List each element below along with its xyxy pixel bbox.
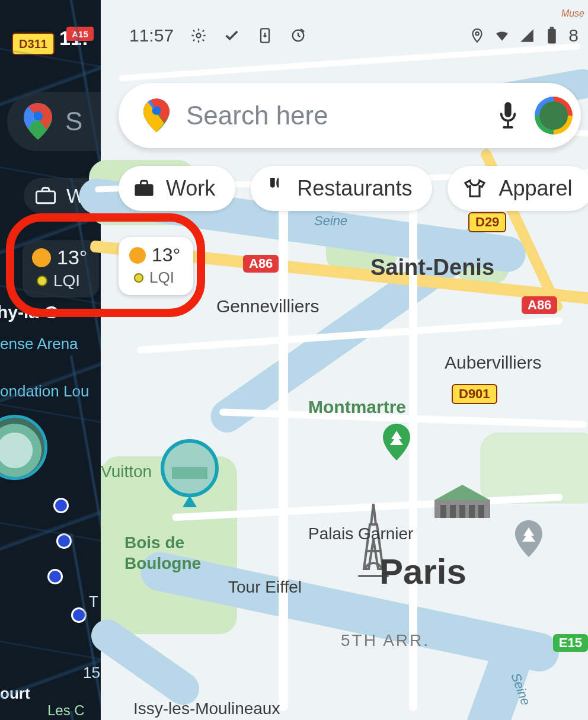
svg-rect-18 — [504, 102, 511, 117]
light-mode-map[interactable]: Muse Seine Seine Saint-Denis Gennevillie… — [101, 0, 588, 720]
road-shield-a86-right: A86 — [522, 296, 557, 314]
search-placeholder: Search here — [186, 101, 481, 130]
fork-knife-icon — [266, 178, 285, 199]
svg-rect-2 — [36, 191, 55, 203]
dark-mode-map-strip[interactable]: 11: D311 A15 S Wor — [0, 0, 101, 720]
chip-restaurants-label: Restaurants — [297, 176, 412, 201]
cell-signal-icon — [519, 27, 535, 44]
dark-label-defense-arena: ense Arena — [0, 335, 78, 353]
dark-label-court: ourt — [0, 684, 30, 703]
dark-search-bar[interactable]: S — [7, 92, 101, 151]
tshirt-icon — [463, 178, 487, 199]
svg-rect-4 — [172, 467, 207, 479]
location-pin-icon — [469, 27, 485, 44]
android-status-bar: 11:57 — [101, 21, 588, 50]
svg-point-11 — [197, 34, 201, 38]
annotation-highlight-ring — [6, 213, 205, 317]
road-shield-a86-left: A86 — [243, 255, 279, 273]
dark-search-placeholder: S — [65, 107, 82, 136]
gear-icon — [190, 27, 207, 44]
status-battery-percent: 8 — [568, 25, 579, 46]
rer-station-dot[interactable] — [56, 533, 72, 549]
park-pin-generic[interactable] — [514, 520, 543, 557]
svg-rect-16 — [550, 27, 554, 28]
svg-point-0 — [33, 111, 43, 121]
google-maps-logo-icon — [143, 98, 170, 133]
eiffel-tower-icon — [356, 504, 391, 578]
screenshot-root: 11: D311 A15 S Wor — [0, 0, 588, 720]
svg-rect-10 — [478, 505, 484, 518]
status-time: 11:57 — [129, 25, 174, 46]
road-shield-d901: D901 — [452, 384, 497, 404]
svg-rect-19 — [135, 184, 153, 196]
road-shield-e15: E15 — [553, 634, 588, 652]
svg-point-14 — [476, 32, 479, 35]
dark-photo-pin[interactable] — [0, 415, 47, 480]
svg-rect-9 — [469, 505, 475, 518]
battery-icon — [544, 27, 560, 44]
svg-rect-6 — [440, 505, 446, 518]
svg-rect-8 — [459, 505, 465, 518]
dark-label-15: 15 — [83, 664, 100, 682]
svg-point-17 — [152, 106, 161, 115]
chip-apparel-label: Apparel — [498, 176, 572, 201]
chip-work[interactable]: Work — [119, 166, 235, 211]
svg-rect-7 — [450, 505, 456, 518]
category-chip-row: Work Restaurants Apparel — [119, 166, 588, 211]
rer-station-dot[interactable] — [53, 498, 69, 513]
road-shield-d29: D29 — [468, 212, 506, 232]
road — [279, 178, 288, 711]
palais-garnier-icon — [430, 480, 495, 521]
dark-label-t: T — [89, 593, 98, 611]
chip-work-label: Work — [166, 176, 215, 201]
rer-station-dot[interactable] — [47, 569, 63, 584]
photo-pin-vuitton[interactable] — [160, 439, 219, 510]
chip-restaurants[interactable]: Restaurants — [251, 166, 432, 211]
rer-station-dot[interactable] — [71, 607, 87, 623]
dark-label-fondation: ondation Lou — [0, 382, 89, 401]
chip-apparel[interactable]: Apparel — [448, 166, 588, 211]
dark-label-les-c: Les C — [47, 702, 85, 719]
download-phone-icon — [257, 27, 273, 44]
park-pin-montmartre[interactable] — [382, 424, 411, 460]
briefcase-icon — [36, 187, 56, 204]
google-maps-logo-icon — [24, 103, 52, 140]
microphone-icon[interactable] — [498, 102, 518, 129]
profile-avatar[interactable] — [535, 97, 573, 135]
dark-status-time: 11: — [59, 27, 88, 50]
svg-point-1 — [33, 111, 43, 121]
wifi-icon — [494, 27, 510, 44]
road-shield-d311: D311 — [12, 33, 55, 55]
check-icon — [223, 27, 240, 44]
svg-rect-15 — [548, 29, 557, 44]
briefcase-icon — [134, 180, 154, 197]
park-area — [480, 433, 588, 504]
road-shield-a15: A15 — [66, 27, 94, 41]
search-bar[interactable]: Search here — [119, 83, 581, 148]
clock-refresh-icon — [290, 27, 306, 44]
